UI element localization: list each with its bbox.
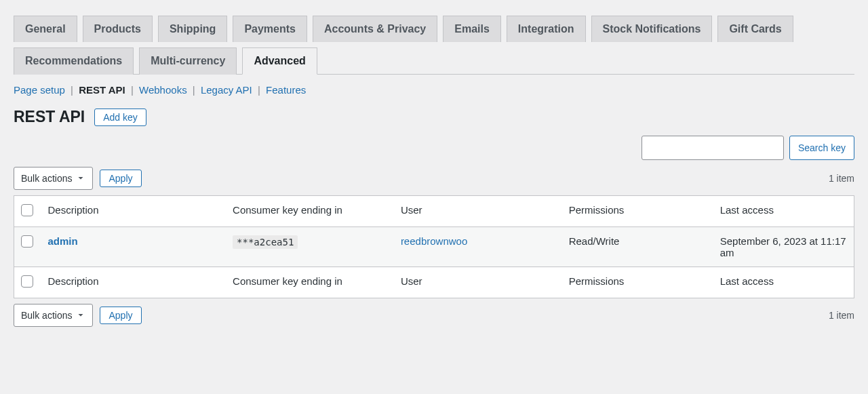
footer-col-consumer-key: Consumer key ending in bbox=[226, 267, 394, 298]
bulk-actions-select-bottom[interactable]: Bulk actions bbox=[14, 304, 93, 327]
tab-payments[interactable]: Payments bbox=[233, 16, 307, 42]
footer-col-permissions: Permissions bbox=[562, 267, 713, 298]
bulk-apply-button-bottom[interactable]: Apply bbox=[100, 307, 141, 324]
table-row: admin ***a2cea51 reedbrownwoo Read/Write… bbox=[14, 227, 854, 267]
col-user: User bbox=[394, 196, 562, 227]
primary-tabs: General Products Shipping Payments Accou… bbox=[14, 0, 854, 75]
subnav-legacy-api[interactable]: Legacy API bbox=[201, 84, 252, 96]
tab-advanced[interactable]: Advanced bbox=[242, 47, 317, 75]
tab-accounts-privacy[interactable]: Accounts & Privacy bbox=[313, 16, 437, 42]
subnav-webhooks[interactable]: Webhooks bbox=[139, 84, 187, 96]
tab-emails[interactable]: Emails bbox=[443, 16, 501, 42]
row-checkbox[interactable] bbox=[21, 235, 33, 248]
bulk-apply-button-top[interactable]: Apply bbox=[100, 170, 141, 187]
tab-products[interactable]: Products bbox=[83, 16, 153, 42]
bulk-actions-label: Bulk actions bbox=[21, 310, 72, 321]
tab-shipping[interactable]: Shipping bbox=[158, 16, 227, 42]
item-count-bottom: 1 item bbox=[829, 310, 854, 321]
bulk-actions-select-top[interactable]: Bulk actions bbox=[14, 167, 93, 190]
col-permissions: Permissions bbox=[562, 196, 713, 227]
rest-api-keys-table: Description Consumer key ending in User … bbox=[14, 195, 854, 298]
bulk-actions-label: Bulk actions bbox=[21, 173, 72, 184]
footer-col-description: Description bbox=[41, 267, 226, 298]
tab-multi-currency[interactable]: Multi-currency bbox=[139, 47, 237, 75]
search-key-button[interactable]: Search key bbox=[789, 136, 854, 160]
separator: | bbox=[258, 84, 260, 96]
key-user-link[interactable]: reedbrownwoo bbox=[401, 235, 467, 247]
tab-integration[interactable]: Integration bbox=[507, 16, 586, 42]
chevron-down-icon bbox=[76, 311, 85, 320]
subnav-features[interactable]: Features bbox=[266, 84, 306, 96]
tab-stock-notifications[interactable]: Stock Notifications bbox=[591, 16, 713, 42]
col-description[interactable]: Description bbox=[41, 196, 226, 227]
separator: | bbox=[193, 84, 195, 96]
consumer-key-ending: ***a2cea51 bbox=[233, 235, 298, 249]
subnav-rest-api[interactable]: REST API bbox=[79, 84, 125, 96]
page-title: REST API bbox=[14, 108, 85, 126]
item-count-top: 1 item bbox=[829, 173, 854, 184]
tab-general[interactable]: General bbox=[14, 16, 77, 42]
add-key-button[interactable]: Add key bbox=[94, 109, 146, 126]
key-description-link[interactable]: admin bbox=[48, 235, 78, 247]
sub-navigation: Page setup | REST API | Webhooks | Legac… bbox=[14, 84, 854, 96]
separator: | bbox=[131, 84, 134, 96]
subnav-page-setup[interactable]: Page setup bbox=[14, 84, 65, 96]
tab-gift-cards[interactable]: Gift Cards bbox=[717, 16, 793, 42]
footer-col-last-access: Last access bbox=[713, 267, 854, 298]
key-last-access: September 6, 2023 at 11:17 am bbox=[713, 227, 854, 267]
col-last-access: Last access bbox=[713, 196, 854, 227]
key-permissions: Read/Write bbox=[562, 227, 713, 267]
separator: | bbox=[71, 84, 73, 96]
tab-recommendations[interactable]: Recommendations bbox=[14, 47, 134, 75]
search-key-input[interactable] bbox=[642, 136, 784, 160]
footer-col-user: User bbox=[394, 267, 562, 298]
select-all-checkbox-top[interactable] bbox=[21, 204, 33, 216]
chevron-down-icon bbox=[76, 174, 85, 183]
col-consumer-key: Consumer key ending in bbox=[226, 196, 394, 227]
select-all-checkbox-bottom[interactable] bbox=[21, 275, 33, 288]
